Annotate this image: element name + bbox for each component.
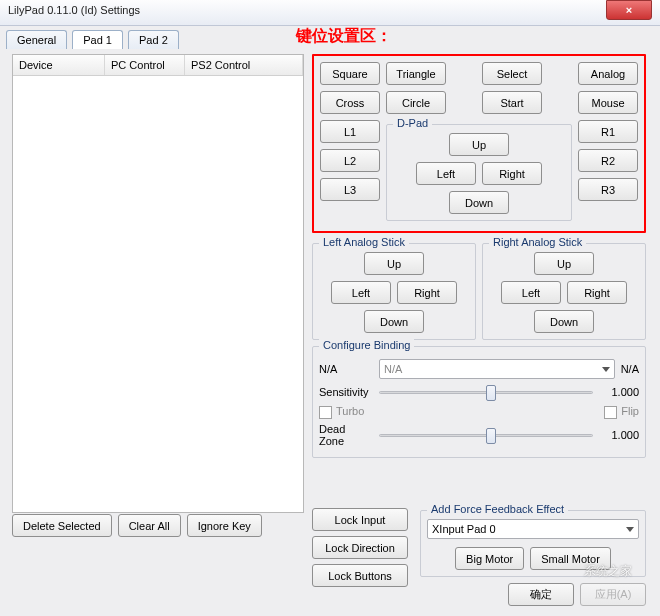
dpad-up-button[interactable]: Up (449, 133, 509, 156)
ff-device-select[interactable]: XInput Pad 0 (427, 519, 639, 539)
dpad-down-button[interactable]: Down (449, 191, 509, 214)
chevron-down-icon (602, 367, 610, 372)
big-motor-button[interactable]: Big Motor (455, 547, 524, 570)
force-feedback-group: Add Force Feedback Effect XInput Pad 0 B… (420, 510, 646, 577)
binding-label: N/A (319, 363, 373, 375)
lock-input-button[interactable]: Lock Input (312, 508, 408, 531)
dpad-legend: D-Pad (393, 117, 432, 129)
tab-general[interactable]: General (6, 30, 67, 49)
cross-button[interactable]: Cross (320, 91, 380, 114)
mouse-button[interactable]: Mouse (578, 91, 638, 114)
ok-button[interactable]: 确定 (508, 583, 574, 606)
right-stick-legend: Right Analog Stick (489, 236, 586, 248)
square-button[interactable]: Square (320, 62, 380, 85)
analog-sticks: Left Analog Stick Up LeftRight Down Righ… (312, 239, 646, 340)
apply-button[interactable]: 应用(A) (580, 583, 646, 606)
lstick-left-button[interactable]: Left (331, 281, 391, 304)
left-stick-legend: Left Analog Stick (319, 236, 409, 248)
titlebar: LilyPad 0.11.0 (Id) Settings × (0, 0, 660, 26)
tab-pad2[interactable]: Pad 2 (128, 30, 179, 49)
lock-direction-button[interactable]: Lock Direction (312, 536, 408, 559)
ff-legend: Add Force Feedback Effect (427, 503, 568, 515)
flip-checkbox[interactable]: Flip (604, 405, 639, 419)
l1-button[interactable]: L1 (320, 120, 380, 143)
right-stick-group: Right Analog Stick Up LeftRight Down (482, 243, 646, 340)
clear-all-button[interactable]: Clear All (118, 514, 181, 537)
ignore-key-button[interactable]: Ignore Key (187, 514, 262, 537)
rstick-down-button[interactable]: Down (534, 310, 594, 333)
deadzone-slider[interactable] (379, 426, 593, 444)
annotation-label: 键位设置区： (296, 26, 392, 47)
rstick-left-button[interactable]: Left (501, 281, 561, 304)
start-button[interactable]: Start (482, 91, 542, 114)
sensitivity-slider[interactable] (379, 383, 593, 401)
rstick-up-button[interactable]: Up (534, 252, 594, 275)
tab-pad1[interactable]: Pad 1 (72, 30, 123, 49)
lstick-down-button[interactable]: Down (364, 310, 424, 333)
bindings-list: Device PC Control PS2 Control (12, 54, 304, 513)
l3-button[interactable]: L3 (320, 178, 380, 201)
col-device[interactable]: Device (13, 55, 105, 75)
col-pc-control[interactable]: PC Control (105, 55, 185, 75)
col-ps2-control[interactable]: PS2 Control (185, 55, 303, 75)
lstick-up-button[interactable]: Up (364, 252, 424, 275)
deadzone-label: Dead Zone (319, 423, 373, 447)
lstick-right-button[interactable]: Right (397, 281, 457, 304)
dpad-group: D-Pad Up LeftRight Down (386, 124, 572, 221)
window-title: LilyPad 0.11.0 (Id) Settings (8, 4, 140, 16)
r3-button[interactable]: R3 (578, 178, 638, 201)
dpad-right-button[interactable]: Right (482, 162, 542, 185)
small-motor-button[interactable]: Small Motor (530, 547, 611, 570)
tab-bar: General Pad 1 Pad 2 键位设置区： (0, 26, 660, 48)
deadzone-value: 1.000 (599, 429, 639, 441)
configure-legend: Configure Binding (319, 339, 414, 351)
binding-select[interactable]: N/A (379, 359, 615, 379)
rstick-right-button[interactable]: Right (567, 281, 627, 304)
list-header: Device PC Control PS2 Control (13, 55, 303, 76)
lock-buttons-button[interactable]: Lock Buttons (312, 564, 408, 587)
select-button[interactable]: Select (482, 62, 542, 85)
dpad-left-button[interactable]: Left (416, 162, 476, 185)
list-body[interactable] (13, 76, 303, 512)
delete-selected-button[interactable]: Delete Selected (12, 514, 112, 537)
key-mapping-area: Square Triangle Select Analog Cross Circ… (312, 54, 646, 233)
close-icon: × (626, 4, 632, 16)
left-stick-group: Left Analog Stick Up LeftRight Down (312, 243, 476, 340)
l2-button[interactable]: L2 (320, 149, 380, 172)
close-button[interactable]: × (606, 0, 652, 20)
sensitivity-value: 1.000 (599, 386, 639, 398)
configure-binding-group: Configure Binding N/A N/A N/A Sensitivit… (312, 346, 646, 458)
dialog-buttons: 确定 应用(A) (508, 583, 646, 606)
lock-buttons-column: Lock Input Lock Direction Lock Buttons (312, 508, 408, 587)
r2-button[interactable]: R2 (578, 149, 638, 172)
binding-suffix: N/A (621, 363, 639, 375)
turbo-checkbox[interactable]: Turbo (319, 405, 364, 419)
list-actions: Delete Selected Clear All Ignore Key (12, 514, 262, 537)
r1-button[interactable]: R1 (578, 120, 638, 143)
circle-button[interactable]: Circle (386, 91, 446, 114)
sensitivity-label: Sensitivity (319, 386, 373, 398)
content-area: Device PC Control PS2 Control Delete Sel… (0, 48, 660, 64)
triangle-button[interactable]: Triangle (386, 62, 446, 85)
right-panel: Square Triangle Select Analog Cross Circ… (312, 54, 646, 458)
chevron-down-icon (626, 527, 634, 532)
analog-button[interactable]: Analog (578, 62, 638, 85)
